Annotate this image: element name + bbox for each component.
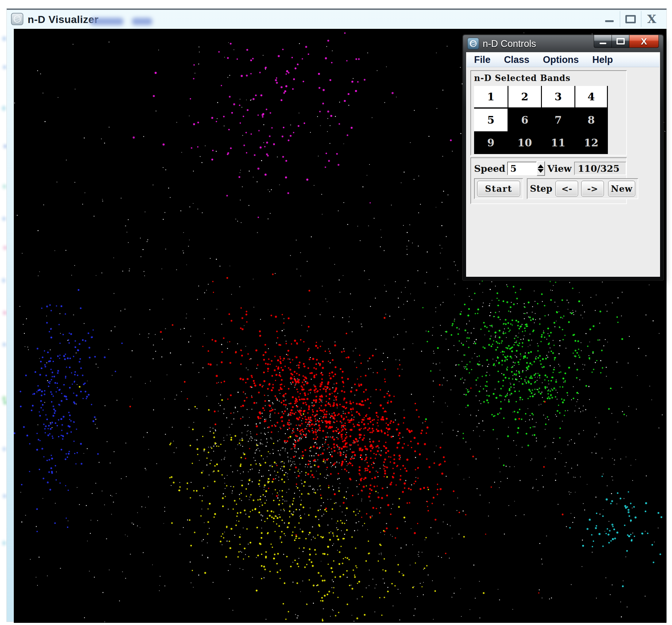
band-cell-3[interactable]: 3 [541, 86, 574, 109]
nd-visualizer-app-icon [11, 13, 23, 25]
edge-artifact [2, 540, 6, 546]
step-back-button[interactable]: <- [555, 181, 578, 197]
main-close-button[interactable]: X [641, 11, 662, 27]
blurred-menu-item-2 [132, 18, 152, 25]
band-cell-11[interactable]: 11 [541, 131, 574, 154]
nd-controls-titlebar[interactable]: n-D Controls X [463, 35, 663, 52]
edge-artifact [2, 278, 5, 283]
controls-button-row: Start Step <- -> New [471, 176, 626, 199]
new-button[interactable]: New [608, 181, 635, 197]
edge-artifact [3, 65, 6, 69]
band-cell-2[interactable]: 2 [507, 86, 541, 109]
edge-artifact [3, 494, 6, 498]
controls-caption-buttons: X [594, 35, 659, 48]
band-cell-8[interactable]: 8 [574, 109, 608, 131]
selected-bands-grid: 123456789101112 [474, 86, 608, 154]
band-cell-1[interactable]: 1 [474, 86, 507, 109]
edge-artifact [2, 105, 6, 111]
maximize-icon [625, 15, 636, 23]
view-label: View [547, 163, 572, 174]
close-icon: X [641, 37, 647, 46]
view-counter: 110/325 [574, 162, 626, 175]
speed-row: Speed View 110/325 [471, 158, 626, 176]
nd-controls-menubar: FileClassOptionsHelp [467, 53, 659, 67]
band-cell-10[interactable]: 10 [507, 131, 541, 154]
band-cell-12[interactable]: 12 [574, 131, 608, 154]
controls-maximize-button[interactable] [611, 35, 629, 48]
nd-visualizer-title: n-D Visualizer [28, 14, 98, 25]
nd-visualizer-titlebar[interactable]: n-D Visualizer X [7, 10, 667, 29]
maximize-icon [617, 38, 625, 45]
main-window-caption-buttons: X [599, 11, 662, 27]
main-minimize-button[interactable] [599, 11, 620, 27]
menu-item-class[interactable]: Class [504, 54, 529, 65]
menu-item-options[interactable]: Options [543, 54, 579, 65]
band-cell-5[interactable]: 5 [474, 109, 507, 131]
step-group: Step <- -> New [527, 178, 638, 199]
speed-input[interactable] [507, 162, 537, 175]
nd-controls-title: n-D Controls [483, 38, 536, 49]
selected-bands-label: n-D Selected Bands [471, 71, 626, 83]
spinner-up-icon[interactable] [537, 165, 544, 168]
nd-controls-client-area: FileClassOptionsHelp n-D Selected Bands … [466, 52, 660, 277]
selected-bands-panel: n-D Selected Bands 123456789101112 [471, 70, 627, 155]
edge-artifact [2, 217, 6, 221]
menu-item-file[interactable]: File [474, 54, 490, 65]
controls-minimize-button[interactable] [594, 35, 611, 48]
close-icon: X [647, 13, 656, 25]
minimize-icon [600, 43, 606, 44]
step-forward-button[interactable]: -> [581, 181, 604, 197]
main-maximize-button[interactable] [620, 11, 641, 27]
nd-controls-app-icon [467, 38, 479, 49]
edge-artifact [2, 184, 6, 189]
band-cell-6[interactable]: 6 [507, 109, 541, 131]
controls-close-button[interactable]: X [629, 35, 659, 48]
menu-item-help[interactable]: Help [592, 54, 613, 65]
start-button[interactable]: Start [477, 181, 520, 197]
speed-panel: Speed View 110/325 Start Step <- [471, 158, 627, 204]
speed-label: Speed [474, 163, 505, 174]
edge-artifact [3, 311, 7, 315]
edge-artifact [2, 447, 6, 451]
edge-artifact [2, 36, 6, 41]
speed-spinner[interactable] [537, 161, 545, 176]
minimize-icon [605, 20, 614, 22]
step-label: Step [530, 184, 552, 194]
nd-controls-window: n-D Controls X FileClassOptionsHelp n-D … [463, 35, 664, 280]
blurred-menu-item-1 [90, 18, 123, 25]
band-cell-9[interactable]: 9 [474, 131, 507, 154]
band-cell-4[interactable]: 4 [574, 86, 608, 109]
start-group: Start [474, 178, 523, 199]
spinner-down-icon[interactable] [537, 169, 544, 173]
page-background: n-D Visualizer X n-D Controls [0, 0, 672, 625]
edge-artifact [2, 342, 6, 347]
band-cell-7[interactable]: 7 [541, 109, 574, 131]
edge-artifact [3, 401, 7, 405]
